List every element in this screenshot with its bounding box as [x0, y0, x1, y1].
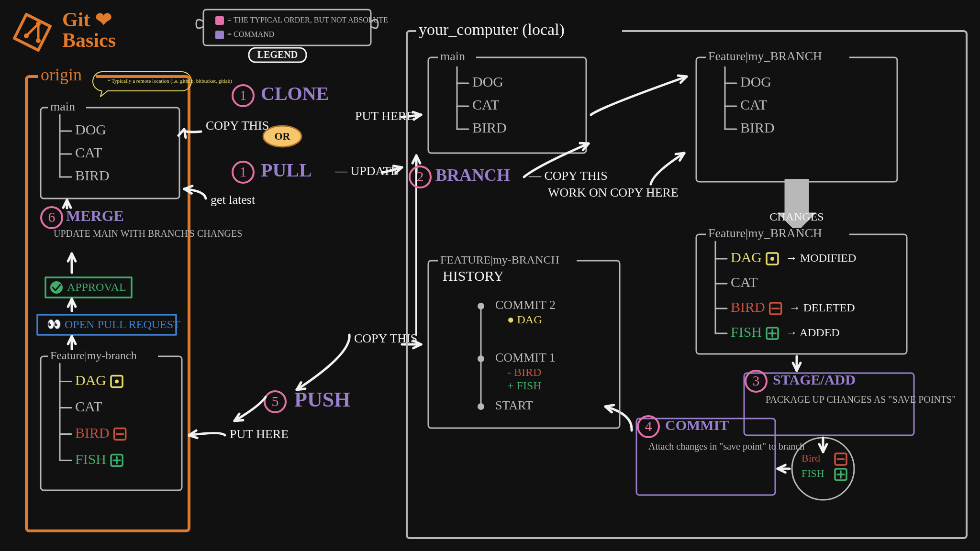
commit-change: + FISH	[507, 379, 542, 392]
step-number: 5	[272, 393, 279, 409]
stage-label: STAGE/ADD	[773, 372, 856, 387]
svg-point-14	[115, 380, 119, 384]
legend-box	[203, 10, 371, 45]
file-name: CAT	[740, 97, 768, 112]
branch-label: BRANCH	[435, 165, 510, 185]
commit-dot	[478, 403, 484, 410]
merge-desc: UPDATE MAIN WITH BRANCH'S CHANGES	[54, 228, 242, 239]
file-name: CAT	[472, 97, 500, 112]
step-number: 3	[753, 373, 760, 388]
eyes-icon: 👀	[47, 317, 61, 331]
svg-point-0	[36, 22, 41, 26]
commit-dot	[478, 355, 484, 362]
feature-clean-box	[696, 57, 897, 182]
arrow	[651, 153, 684, 184]
local-main-label: main	[440, 49, 465, 63]
git-logo-icon	[14, 14, 50, 50]
arrow	[297, 335, 349, 390]
file-name: FISH	[731, 324, 762, 340]
legend-title: LEGEND	[257, 49, 298, 60]
changes-label: CHANGES	[769, 210, 824, 223]
svg-point-36	[770, 257, 774, 261]
push-put-label: PUT HERE	[230, 427, 289, 441]
file-name: DAG	[731, 249, 762, 265]
pull-request-label: OPEN PULL REQUEST	[65, 318, 180, 331]
history-label: FEATURE|my-BRANCH	[440, 253, 559, 266]
file-tag: → DELETED	[789, 301, 855, 314]
file-tag: → MODIFIED	[786, 252, 856, 264]
step-number: 1	[240, 164, 247, 179]
or-label: OR	[275, 130, 291, 142]
step-number: 4	[645, 418, 652, 434]
svg-point-1	[36, 38, 41, 43]
file-name: BIRD	[75, 167, 110, 183]
file-name: CAT	[75, 398, 102, 414]
savepoint-file: FISH	[802, 467, 824, 479]
clone-copy-label: COPY THIS	[206, 119, 269, 132]
origin-title: origin	[41, 65, 82, 84]
file-name: DAG	[75, 372, 106, 387]
clone-label: CLONE	[261, 83, 329, 104]
savepoint-file: Bird	[802, 452, 820, 464]
approval-label: APPROVAL	[67, 281, 126, 293]
branch-desc1: — COPY THIS	[528, 169, 608, 183]
arrow	[184, 129, 201, 132]
file-name: FISH	[75, 451, 106, 466]
file-tag: → ADDED	[786, 326, 840, 339]
legend-item-1: = THE TYPICAL ORDER, BUT NOT ABSOLUTE	[227, 16, 388, 24]
origin-main-box	[41, 108, 179, 198]
file-name: CAT	[731, 274, 758, 290]
origin-main-label: main	[50, 99, 75, 113]
file-name: DOG	[740, 74, 771, 89]
file-name: BIRD	[472, 120, 507, 135]
legend-swatch-purple	[215, 31, 224, 39]
file-name: DOG	[75, 121, 106, 137]
origin-feature-label: Feature|my-branch	[50, 349, 137, 362]
stage-desc: PACKAGE UP CHANGES AS "SAVE POINTS"	[766, 394, 956, 405]
legend-swatch-pink	[215, 16, 224, 25]
commit-change: ● DAG	[507, 313, 542, 326]
commit-name: COMMIT 2	[495, 298, 556, 312]
local-main-box	[428, 57, 586, 153]
origin-container	[26, 77, 189, 531]
commit-name: START	[495, 398, 533, 412]
arrow	[189, 433, 225, 436]
file-name: CAT	[75, 144, 102, 160]
local-title: your_computer (local)	[419, 21, 565, 39]
file-name: BIRD	[75, 424, 110, 440]
merge-label: MERGE	[66, 207, 124, 224]
step-number: 2	[417, 168, 424, 184]
history-subtitle: HISTORY	[443, 268, 504, 284]
title-line2: Basics	[62, 29, 116, 51]
commit-label: COMMIT	[665, 417, 729, 433]
step-number: 6	[48, 209, 56, 225]
commit-change: - BIRD	[507, 366, 541, 378]
feature-dirty-label: Feature|my_BRANCH	[708, 226, 822, 240]
pull-getlatest-label: get latest	[211, 193, 256, 207]
changes-arrow-icon	[778, 179, 816, 232]
commit-name: COMMIT 1	[495, 351, 556, 364]
push-label: PUSH	[294, 388, 350, 411]
file-name: BIRD	[731, 299, 765, 315]
arrow	[234, 397, 266, 421]
commit-dot	[478, 303, 484, 309]
commit-desc: Attach changes in "save point" to branch	[648, 441, 804, 452]
origin-note: * Typically a remote location (i.e. gith…	[108, 78, 232, 84]
pull-label: PULL	[261, 159, 312, 181]
branch-desc2: WORK ON COPY HERE	[548, 186, 679, 199]
file-name: BIRD	[740, 120, 775, 135]
file-name: DOG	[472, 74, 503, 89]
title-line1: Git ❤	[62, 9, 112, 31]
svg-point-2	[24, 33, 29, 38]
arrow	[591, 77, 687, 115]
feature-clean-label: Feature|my_BRANCH	[708, 49, 822, 63]
step-number: 1	[240, 87, 247, 103]
legend-item-2: = COMMAND	[227, 30, 274, 38]
